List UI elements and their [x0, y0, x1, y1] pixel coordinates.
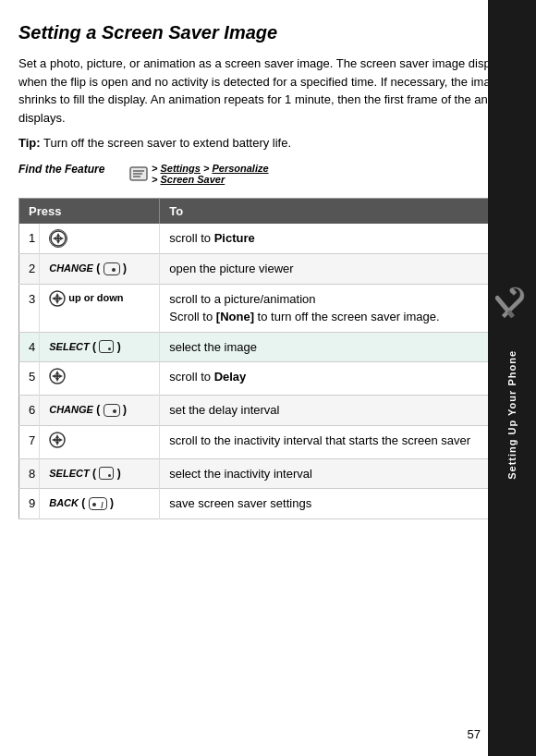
- sidebar-label-container: Setting Up Your Phone: [506, 341, 518, 480]
- svg-point-21: [55, 374, 59, 378]
- svg-marker-25: [52, 438, 55, 442]
- table-row: 1 scroll t: [19, 224, 529, 254]
- press-cell: [40, 362, 160, 396]
- press-cell: CHANGE ( ): [40, 396, 160, 426]
- table-row: 7 scroll to the inactivity interval that…: [19, 425, 529, 458]
- page-title: Setting a Screen Saver Image: [18, 22, 529, 43]
- row-num: 3: [19, 284, 40, 332]
- instructions-table: Press To 1: [18, 198, 529, 519]
- sidebar-label: Setting Up Your Phone: [506, 350, 518, 480]
- to-cell: open the picture viewer: [160, 254, 529, 285]
- press-cell: up or down: [40, 284, 160, 332]
- change-key-icon2: [104, 404, 120, 417]
- select-key-icon: [99, 340, 114, 353]
- svg-marker-6: [56, 240, 60, 244]
- keyword: Delay: [214, 370, 247, 384]
- to-cell: set the delay interval: [160, 396, 529, 426]
- nav-icon: [49, 229, 67, 248]
- right-sidebar: Setting Up Your Phone: [488, 0, 536, 756]
- table-row: 5 scroll to Delay: [19, 362, 529, 396]
- tip-label: Tip:: [18, 136, 41, 150]
- table-row: 8 SELECT ( ) select the inactivity inter…: [19, 458, 529, 489]
- svg-marker-23: [55, 434, 59, 438]
- table-header-to: To: [160, 199, 529, 225]
- scroll-icon: [50, 230, 67, 247]
- press-cell: SELECT ( ): [40, 458, 160, 489]
- to-cell: select the inactivity interval: [160, 458, 529, 489]
- to-cell: scroll to the inactivity interval that s…: [160, 425, 529, 458]
- svg-point-9: [56, 237, 60, 240]
- to-cell: select the image: [160, 332, 529, 362]
- svg-point-27: [55, 438, 59, 442]
- keyword: Picture: [214, 231, 255, 245]
- table-header-press: Press: [19, 199, 160, 225]
- to-cell: scroll to Picture: [160, 224, 529, 254]
- scroll-icon: [49, 368, 66, 384]
- find-feature-label: Find the Feature: [18, 163, 120, 176]
- to-cell: save screen saver settings: [160, 489, 529, 519]
- svg-marker-8: [60, 237, 64, 240]
- row-num: 6: [19, 396, 40, 426]
- svg-marker-26: [59, 438, 63, 442]
- table-row: 4 SELECT ( ) select the image: [19, 332, 529, 362]
- intro-paragraph: Set a photo, picture, or animation as a …: [18, 55, 529, 127]
- sidebar-icon: [492, 276, 532, 330]
- svg-marker-18: [55, 378, 59, 382]
- press-cell: [40, 224, 160, 254]
- svg-marker-17: [55, 371, 59, 374]
- tools-icon: [495, 284, 529, 323]
- main-content: Setting a Screen Saver Image Set a photo…: [0, 0, 536, 756]
- svg-point-15: [55, 297, 59, 300]
- row-num: 9: [19, 489, 40, 519]
- menu-icon: [129, 166, 148, 181]
- to-cell: scroll to Delay: [160, 362, 529, 396]
- svg-marker-5: [56, 233, 60, 237]
- svg-marker-7: [53, 237, 56, 240]
- to-cell: scroll to a picture/animation Scroll to …: [160, 284, 529, 332]
- scroll-icon: [49, 290, 66, 307]
- table-row: 2 CHANGE ( ) open the picture viewer: [19, 254, 529, 285]
- tip-content: Turn off the screen saver to extend batt…: [43, 136, 291, 150]
- svg-marker-19: [52, 374, 55, 378]
- find-feature-section: Find the Feature > Settings > Personaliz…: [18, 163, 529, 185]
- press-cell: [40, 425, 160, 458]
- row-num: 7: [19, 425, 40, 458]
- table-row: 9 BACK ( / ) save screen saver settings: [19, 489, 529, 519]
- find-feature-path: > Settings > Personalize> Screen Saver: [129, 163, 269, 185]
- press-cell: SELECT ( ): [40, 332, 160, 362]
- find-feature-path-text: > Settings > Personalize> Screen Saver: [152, 163, 269, 185]
- svg-marker-11: [55, 293, 59, 297]
- svg-marker-24: [55, 442, 59, 445]
- svg-rect-28: [495, 295, 511, 313]
- change-key-icon: [104, 262, 120, 275]
- keyword: [None]: [216, 310, 254, 323]
- press-cell: BACK ( / ): [40, 489, 160, 519]
- row-num: 5: [19, 362, 40, 396]
- svg-marker-13: [52, 297, 55, 300]
- row-num: 8: [19, 458, 40, 489]
- row-num: 4: [19, 332, 40, 362]
- table-row: 6 CHANGE ( ) set the delay interval: [19, 396, 529, 426]
- svg-marker-20: [59, 374, 63, 378]
- select-key-icon2: [99, 467, 114, 480]
- tip-paragraph: Tip: Turn off the screen saver to extend…: [18, 136, 529, 150]
- back-key-icon: /: [89, 497, 107, 510]
- press-cell: CHANGE ( ): [40, 254, 160, 285]
- scroll-icon: [49, 432, 66, 448]
- page-number: 57: [468, 727, 481, 741]
- table-row: 3 up or down: [19, 284, 529, 332]
- svg-marker-14: [59, 297, 63, 300]
- row-num: 1: [19, 224, 40, 254]
- row-num: 2: [19, 254, 40, 285]
- svg-marker-12: [55, 300, 59, 304]
